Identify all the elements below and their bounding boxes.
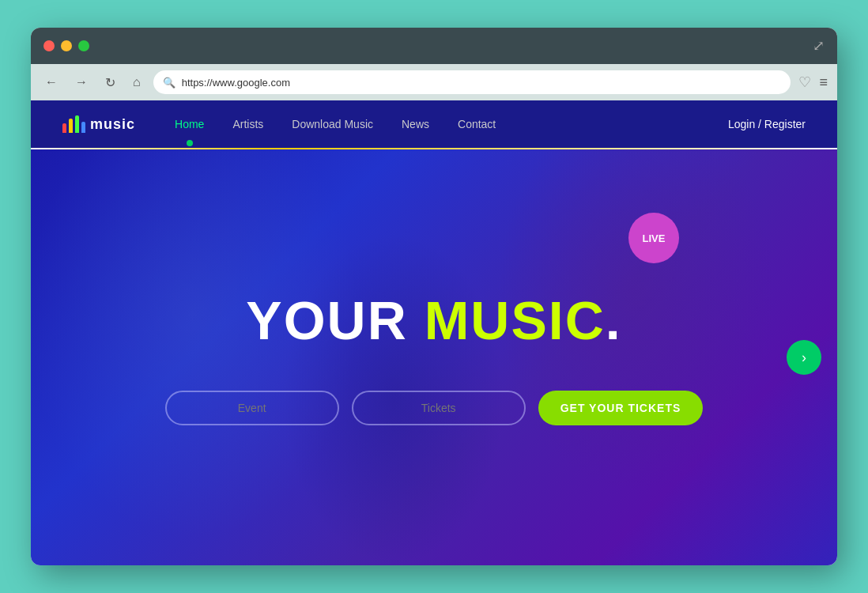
logo-bars-icon — [62, 115, 85, 133]
nav-download-music[interactable]: Download Music — [292, 118, 373, 130]
nav-contact[interactable]: Contact — [458, 118, 496, 130]
logo-text: music — [90, 116, 135, 133]
site-nav: music Home Artists Download Music News C… — [31, 100, 837, 148]
logo-bar-1 — [62, 123, 66, 133]
nav-artists[interactable]: Artists — [232, 118, 263, 130]
nav-news[interactable]: News — [402, 118, 429, 130]
cta-button[interactable]: GET YOUR TICKETS — [538, 391, 704, 425]
browser-menu-button[interactable]: ≡ — [819, 74, 828, 91]
refresh-button[interactable]: ↻ — [100, 72, 120, 93]
headline-dot: . — [606, 290, 622, 350]
browser-toolbar: ← → ↻ ⌂ 🔍 https://www.google.com ♡ ≡ — [31, 64, 837, 100]
logo-bar-2 — [69, 119, 73, 133]
website-content: music Home Artists Download Music News C… — [31, 100, 837, 565]
chevron-right-icon: › — [802, 349, 806, 366]
maximize-button[interactable] — [78, 40, 89, 51]
headline-music: MUSIC — [425, 290, 606, 350]
tickets-input[interactable] — [352, 391, 526, 425]
back-button[interactable]: ← — [40, 72, 62, 93]
bookmark-button[interactable]: ♡ — [798, 74, 811, 91]
hero-controls: GET YOUR TICKETS — [165, 391, 704, 425]
hero-section: LIVE YOUR MUSIC. GET YOUR TICKETS › — [31, 149, 837, 565]
browser-window: ⤢ ← → ↻ ⌂ 🔍 https://www.google.com ♡ ≡ m… — [31, 28, 837, 565]
close-button[interactable] — [43, 40, 55, 51]
address-bar[interactable]: 🔍 https://www.google.com — [153, 70, 791, 94]
logo-bar-4 — [81, 122, 85, 133]
minimize-button[interactable] — [61, 40, 72, 51]
home-button[interactable]: ⌂ — [128, 72, 145, 93]
event-input[interactable] — [165, 391, 339, 425]
expand-icon[interactable]: ⤢ — [813, 37, 825, 55]
search-icon: 🔍 — [163, 77, 175, 89]
url-text: https://www.google.com — [182, 77, 290, 89]
next-slide-button[interactable]: › — [787, 340, 821, 375]
nav-links: Home Artists Download Music News Contact… — [175, 118, 806, 130]
live-badge: LIVE — [628, 213, 679, 263]
logo-bar-3 — [75, 115, 79, 133]
nav-login[interactable]: Login / Register — [728, 118, 806, 130]
title-bar: ⤢ — [31, 28, 837, 64]
headline-your: YOUR — [246, 290, 424, 350]
nav-home[interactable]: Home — [175, 118, 204, 130]
forward-button[interactable]: → — [70, 72, 92, 93]
hero-headline: YOUR MUSIC. — [246, 289, 621, 351]
traffic-lights — [43, 40, 89, 51]
site-logo[interactable]: music — [62, 115, 135, 133]
